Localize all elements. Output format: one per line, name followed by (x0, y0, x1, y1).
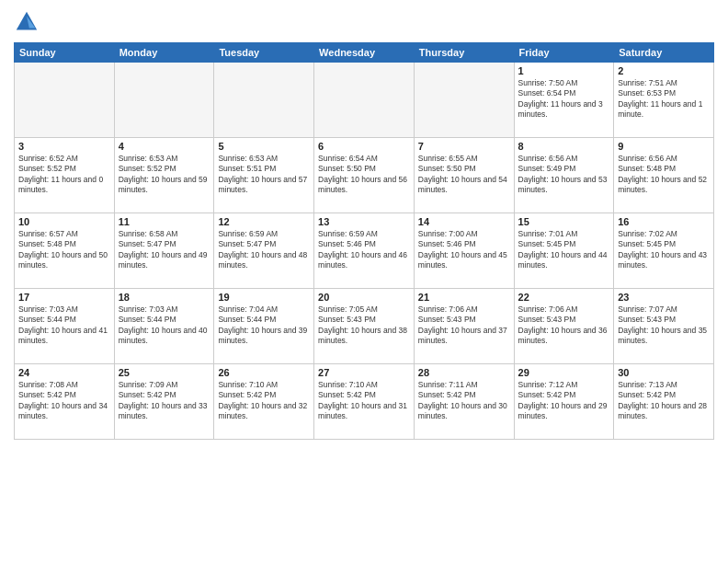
day-info: Sunrise: 7:06 AM Sunset: 5:43 PM Dayligh… (518, 304, 610, 347)
calendar-cell (314, 63, 415, 138)
calendar-cell: 16Sunrise: 7:02 AM Sunset: 5:45 PM Dayli… (614, 213, 714, 289)
day-info: Sunrise: 7:00 AM Sunset: 5:46 PM Dayligh… (418, 229, 510, 271)
day-info: Sunrise: 6:57 AM Sunset: 5:48 PM Dayligh… (18, 229, 110, 271)
calendar-cell (214, 63, 314, 138)
day-number: 20 (318, 292, 410, 303)
day-info: Sunrise: 7:01 AM Sunset: 5:45 PM Dayligh… (518, 229, 610, 271)
calendar-cell: 7Sunrise: 6:55 AM Sunset: 5:50 PM Daylig… (414, 138, 514, 213)
day-number: 26 (218, 367, 310, 378)
page: SundayMondayTuesdayWednesdayThursdayFrid… (0, 0, 728, 563)
day-info: Sunrise: 7:03 AM Sunset: 5:44 PM Dayligh… (18, 304, 110, 347)
calendar-cell: 12Sunrise: 6:59 AM Sunset: 5:47 PM Dayli… (214, 213, 314, 289)
day-number: 12 (218, 216, 310, 227)
day-number: 17 (18, 292, 110, 303)
calendar-cell: 11Sunrise: 6:58 AM Sunset: 5:47 PM Dayli… (114, 213, 214, 289)
calendar-cell: 6Sunrise: 6:54 AM Sunset: 5:50 PM Daylig… (314, 138, 415, 213)
day-number: 30 (618, 367, 710, 378)
day-info: Sunrise: 6:55 AM Sunset: 5:50 PM Dayligh… (418, 154, 510, 196)
calendar-header-row: SundayMondayTuesdayWednesdayThursdayFrid… (15, 43, 714, 63)
calendar-header-thursday: Thursday (414, 43, 514, 63)
day-number: 22 (518, 292, 610, 303)
calendar-cell: 25Sunrise: 7:09 AM Sunset: 5:42 PM Dayli… (114, 364, 214, 440)
day-number: 21 (418, 292, 510, 303)
day-info: Sunrise: 7:51 AM Sunset: 6:53 PM Dayligh… (618, 78, 710, 121)
calendar-header-wednesday: Wednesday (314, 43, 415, 63)
day-number: 9 (618, 141, 710, 152)
day-info: Sunrise: 6:52 AM Sunset: 5:52 PM Dayligh… (18, 154, 110, 196)
day-number: 8 (518, 141, 610, 152)
calendar-cell: 27Sunrise: 7:10 AM Sunset: 5:42 PM Dayli… (314, 364, 415, 440)
day-info: Sunrise: 6:53 AM Sunset: 5:51 PM Dayligh… (218, 154, 310, 196)
calendar-cell: 14Sunrise: 7:00 AM Sunset: 5:46 PM Dayli… (414, 213, 514, 289)
calendar-cell: 28Sunrise: 7:11 AM Sunset: 5:42 PM Dayli… (414, 364, 514, 440)
calendar-table: SundayMondayTuesdayWednesdayThursdayFrid… (14, 42, 714, 440)
calendar-week-2: 3Sunrise: 6:52 AM Sunset: 5:52 PM Daylig… (15, 138, 714, 213)
calendar-cell (114, 63, 214, 138)
calendar-cell: 1Sunrise: 7:50 AM Sunset: 6:54 PM Daylig… (514, 63, 614, 138)
calendar-cell (15, 63, 115, 138)
day-info: Sunrise: 7:09 AM Sunset: 5:42 PM Dayligh… (119, 380, 210, 422)
day-info: Sunrise: 7:12 AM Sunset: 5:42 PM Dayligh… (518, 380, 610, 422)
calendar-cell: 3Sunrise: 6:52 AM Sunset: 5:52 PM Daylig… (15, 138, 115, 213)
day-number: 10 (18, 216, 110, 227)
day-info: Sunrise: 6:58 AM Sunset: 5:47 PM Dayligh… (119, 229, 210, 271)
day-number: 13 (318, 216, 410, 227)
day-number: 14 (418, 216, 510, 227)
day-info: Sunrise: 7:06 AM Sunset: 5:43 PM Dayligh… (418, 304, 510, 347)
calendar-cell: 23Sunrise: 7:07 AM Sunset: 5:43 PM Dayli… (614, 289, 714, 364)
day-number: 27 (318, 367, 410, 378)
day-info: Sunrise: 6:56 AM Sunset: 5:49 PM Dayligh… (518, 154, 610, 196)
day-info: Sunrise: 7:50 AM Sunset: 6:54 PM Dayligh… (518, 78, 610, 121)
calendar-cell (414, 63, 514, 138)
day-info: Sunrise: 7:03 AM Sunset: 5:44 PM Dayligh… (119, 304, 210, 347)
calendar-cell: 10Sunrise: 6:57 AM Sunset: 5:48 PM Dayli… (15, 213, 115, 289)
day-info: Sunrise: 6:59 AM Sunset: 5:46 PM Dayligh… (318, 229, 410, 271)
calendar-cell: 5Sunrise: 6:53 AM Sunset: 5:51 PM Daylig… (214, 138, 314, 213)
calendar-cell: 8Sunrise: 6:56 AM Sunset: 5:49 PM Daylig… (514, 138, 614, 213)
calendar-cell: 22Sunrise: 7:06 AM Sunset: 5:43 PM Dayli… (514, 289, 614, 364)
calendar-cell: 30Sunrise: 7:13 AM Sunset: 5:42 PM Dayli… (614, 364, 714, 440)
day-number: 23 (618, 292, 710, 303)
calendar-week-4: 17Sunrise: 7:03 AM Sunset: 5:44 PM Dayli… (15, 289, 714, 364)
calendar-cell: 29Sunrise: 7:12 AM Sunset: 5:42 PM Dayli… (514, 364, 614, 440)
calendar-header-saturday: Saturday (614, 43, 714, 63)
calendar-header-sunday: Sunday (15, 43, 115, 63)
calendar-cell: 26Sunrise: 7:10 AM Sunset: 5:42 PM Dayli… (214, 364, 314, 440)
day-number: 19 (218, 292, 310, 303)
calendar-cell: 9Sunrise: 6:56 AM Sunset: 5:48 PM Daylig… (614, 138, 714, 213)
day-number: 29 (518, 367, 610, 378)
day-number: 16 (618, 216, 710, 227)
day-number: 4 (119, 141, 210, 152)
day-info: Sunrise: 7:05 AM Sunset: 5:43 PM Dayligh… (318, 304, 410, 347)
day-number: 6 (318, 141, 410, 152)
day-number: 24 (18, 367, 110, 378)
day-number: 25 (119, 367, 210, 378)
calendar-cell: 19Sunrise: 7:04 AM Sunset: 5:44 PM Dayli… (214, 289, 314, 364)
calendar-cell: 4Sunrise: 6:53 AM Sunset: 5:52 PM Daylig… (114, 138, 214, 213)
day-info: Sunrise: 6:54 AM Sunset: 5:50 PM Dayligh… (318, 154, 410, 196)
day-number: 11 (119, 216, 210, 227)
calendar-cell: 13Sunrise: 6:59 AM Sunset: 5:46 PM Dayli… (314, 213, 415, 289)
day-info: Sunrise: 6:59 AM Sunset: 5:47 PM Dayligh… (218, 229, 310, 271)
calendar-cell: 20Sunrise: 7:05 AM Sunset: 5:43 PM Dayli… (314, 289, 415, 364)
day-info: Sunrise: 7:10 AM Sunset: 5:42 PM Dayligh… (218, 380, 310, 422)
day-info: Sunrise: 6:56 AM Sunset: 5:48 PM Dayligh… (618, 154, 710, 196)
day-info: Sunrise: 7:04 AM Sunset: 5:44 PM Dayligh… (218, 304, 310, 347)
day-number: 3 (18, 141, 110, 152)
calendar-week-3: 10Sunrise: 6:57 AM Sunset: 5:48 PM Dayli… (15, 213, 714, 289)
day-info: Sunrise: 7:13 AM Sunset: 5:42 PM Dayligh… (618, 380, 710, 422)
calendar-week-1: 1Sunrise: 7:50 AM Sunset: 6:54 PM Daylig… (15, 63, 714, 138)
day-info: Sunrise: 7:11 AM Sunset: 5:42 PM Dayligh… (418, 380, 510, 422)
day-info: Sunrise: 7:07 AM Sunset: 5:43 PM Dayligh… (618, 304, 710, 347)
day-number: 1 (518, 65, 610, 76)
calendar-week-5: 24Sunrise: 7:08 AM Sunset: 5:42 PM Dayli… (15, 364, 714, 440)
day-info: Sunrise: 7:02 AM Sunset: 5:45 PM Dayligh… (618, 229, 710, 271)
day-info: Sunrise: 7:08 AM Sunset: 5:42 PM Dayligh… (18, 380, 110, 422)
day-number: 2 (618, 65, 710, 76)
day-info: Sunrise: 6:53 AM Sunset: 5:52 PM Dayligh… (119, 154, 210, 196)
calendar-cell: 2Sunrise: 7:51 AM Sunset: 6:53 PM Daylig… (614, 63, 714, 138)
calendar-header-friday: Friday (514, 43, 614, 63)
calendar-cell: 15Sunrise: 7:01 AM Sunset: 5:45 PM Dayli… (514, 213, 614, 289)
logo-icon (14, 9, 40, 35)
calendar-header-tuesday: Tuesday (214, 43, 314, 63)
